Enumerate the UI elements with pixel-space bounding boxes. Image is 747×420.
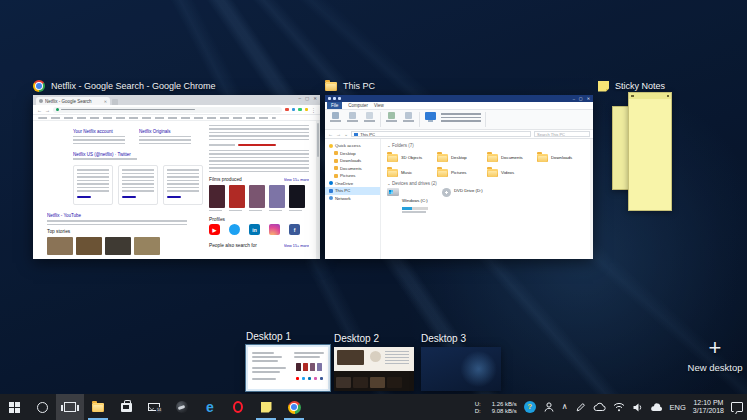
new-tab-button[interactable] xyxy=(112,99,118,105)
nav-quick-access[interactable]: Quick access xyxy=(325,142,380,150)
forward-icon[interactable]: → xyxy=(336,131,341,137)
nav-this-pc[interactable]: This PC xyxy=(325,187,380,195)
folder-pictures[interactable]: Pictures xyxy=(437,165,487,180)
people-more-link[interactable]: View 15+ more xyxy=(284,243,309,249)
ribbon-button[interactable] xyxy=(402,112,415,122)
tweet-card[interactable] xyxy=(118,165,158,205)
desktop-1-thumbnail[interactable] xyxy=(246,345,330,391)
back-icon[interactable]: ← xyxy=(328,131,333,137)
chrome-tab[interactable]: Netflix - Google Search ✕ xyxy=(36,97,110,105)
language-indicator[interactable]: ENG xyxy=(670,403,686,412)
film-poster[interactable] xyxy=(229,185,245,211)
folder-3d-objects[interactable]: 3D Objects xyxy=(387,150,437,165)
chrome-window-preview[interactable]: Netflix - Google Search ✕ – ▢ ✕ ← → xyxy=(33,95,320,259)
cloud-icon[interactable] xyxy=(593,402,606,412)
folder-music[interactable]: Music xyxy=(387,165,437,180)
people-icon[interactable] xyxy=(543,401,555,413)
task-view-button[interactable] xyxy=(56,394,84,420)
tab-file[interactable]: File xyxy=(327,102,342,109)
ribbon-button[interactable] xyxy=(385,112,398,122)
window-thumbnail-explorer[interactable]: This PC – ▢ ✕ File Computer View xyxy=(325,79,593,259)
address-bar[interactable] xyxy=(53,107,282,113)
new-desktop-button[interactable]: + New desktop xyxy=(686,338,744,373)
desktop-3[interactable]: Desktop 3 xyxy=(421,333,501,391)
nav-onedrive[interactable]: OneDrive xyxy=(325,180,380,188)
action-center-icon[interactable] xyxy=(731,402,743,412)
extension-icon[interactable] xyxy=(292,108,296,112)
volume-icon[interactable] xyxy=(632,402,643,413)
story-image[interactable] xyxy=(76,237,102,255)
close-icon[interactable]: ✕ xyxy=(313,96,317,102)
minimize-icon[interactable]: – xyxy=(298,96,301,102)
sticky-notes-button[interactable] xyxy=(252,394,280,420)
chrome-button[interactable] xyxy=(280,394,308,420)
note-menu-icon[interactable] xyxy=(667,95,670,98)
folder-desktop[interactable]: Desktop xyxy=(437,150,487,165)
sticky-note-front[interactable] xyxy=(628,92,672,211)
desktop-3-thumbnail[interactable] xyxy=(421,347,501,391)
link-netflix-originals[interactable]: Netflix Originals xyxy=(139,129,197,135)
story-image[interactable] xyxy=(47,237,73,255)
browser-scrollbar[interactable] xyxy=(316,121,320,259)
file-explorer-button[interactable] xyxy=(84,394,112,420)
nav-desktop[interactable]: Desktop xyxy=(325,150,380,158)
network-speed-monitor[interactable]: U:1.26 kB/s D:9.08 kB/s xyxy=(475,401,517,414)
desktop-2[interactable]: Desktop 2 xyxy=(334,333,414,391)
nav-pictures[interactable]: Pictures xyxy=(325,172,380,180)
cortana-button[interactable] xyxy=(28,394,56,420)
show-hidden-icons-chevron[interactable]: ∧ xyxy=(562,403,568,411)
folder-videos[interactable]: Videos xyxy=(487,165,537,180)
minimize-icon[interactable]: – xyxy=(573,96,575,101)
open-settings-button[interactable] xyxy=(424,112,437,120)
tab-close-icon[interactable]: ✕ xyxy=(104,99,107,104)
desktop-2-thumbnail[interactable] xyxy=(334,347,414,391)
quick-access-toolbar-icon[interactable] xyxy=(328,97,331,100)
film-poster[interactable] xyxy=(269,185,285,211)
mail-button[interactable]: 14 xyxy=(140,394,168,420)
start-button[interactable] xyxy=(0,394,28,420)
onedrive-icon[interactable] xyxy=(650,403,663,412)
ribbon-button[interactable] xyxy=(346,112,359,122)
circular-app-button[interactable] xyxy=(168,394,196,420)
folder-documents[interactable]: Documents xyxy=(487,150,537,165)
question-badge-icon[interactable]: ? xyxy=(524,401,536,413)
link-netflix-youtube[interactable]: Netflix - YouTube xyxy=(47,213,197,219)
link-your-netflix-account[interactable]: Your Netflix account xyxy=(73,129,131,135)
drive-windows-c[interactable]: Windows (C:) xyxy=(387,188,428,213)
tab-computer[interactable]: Computer xyxy=(348,103,368,108)
extension-icon[interactable] xyxy=(305,108,309,112)
opera-button[interactable] xyxy=(224,394,252,420)
nav-downloads[interactable]: Downloads xyxy=(325,157,380,165)
folders-group-header[interactable]: ⌄ Folders (7) xyxy=(387,143,591,148)
facebook-icon[interactable]: f xyxy=(289,224,300,235)
desktop-1[interactable]: Desktop 1 xyxy=(246,331,330,391)
youtube-icon[interactable]: ▶ xyxy=(209,224,220,235)
nav-network[interactable]: Network xyxy=(325,195,380,203)
tweet-card[interactable] xyxy=(73,165,113,205)
tweet-card[interactable] xyxy=(163,165,203,205)
story-image[interactable] xyxy=(105,237,131,255)
film-poster[interactable] xyxy=(249,185,265,211)
linkedin-icon[interactable]: in xyxy=(249,224,260,235)
explorer-scrollbar[interactable] xyxy=(590,139,593,259)
close-icon[interactable]: ✕ xyxy=(587,96,590,101)
explorer-search-input[interactable]: Search This PC xyxy=(534,131,590,137)
drives-group-header[interactable]: ⌄ Devices and drives (2) xyxy=(387,181,591,186)
twitter-icon[interactable] xyxy=(229,224,240,235)
quick-access-toolbar-icon[interactable] xyxy=(333,97,336,100)
story-image[interactable] xyxy=(134,237,160,255)
back-icon[interactable]: ← xyxy=(37,107,42,113)
window-thumbnail-sticky-notes[interactable]: Sticky Notes xyxy=(598,79,678,224)
window-thumbnail-chrome[interactable]: Netflix - Google Search - Google Chrome … xyxy=(33,79,320,259)
windows-ink-pen-icon[interactable] xyxy=(575,402,586,413)
wifi-icon[interactable] xyxy=(613,402,625,412)
add-note-icon[interactable] xyxy=(631,95,634,98)
microsoft-store-button[interactable] xyxy=(112,394,140,420)
chevron-down-icon[interactable]: ⌄ xyxy=(344,131,348,137)
chrome-menu-icon[interactable]: ⋮ xyxy=(311,107,316,113)
film-poster[interactable] xyxy=(209,185,225,211)
instagram-icon[interactable] xyxy=(269,224,280,235)
ribbon-button[interactable] xyxy=(329,112,342,122)
film-poster[interactable] xyxy=(289,185,305,211)
explorer-window-preview[interactable]: – ▢ ✕ File Computer View xyxy=(325,95,593,259)
